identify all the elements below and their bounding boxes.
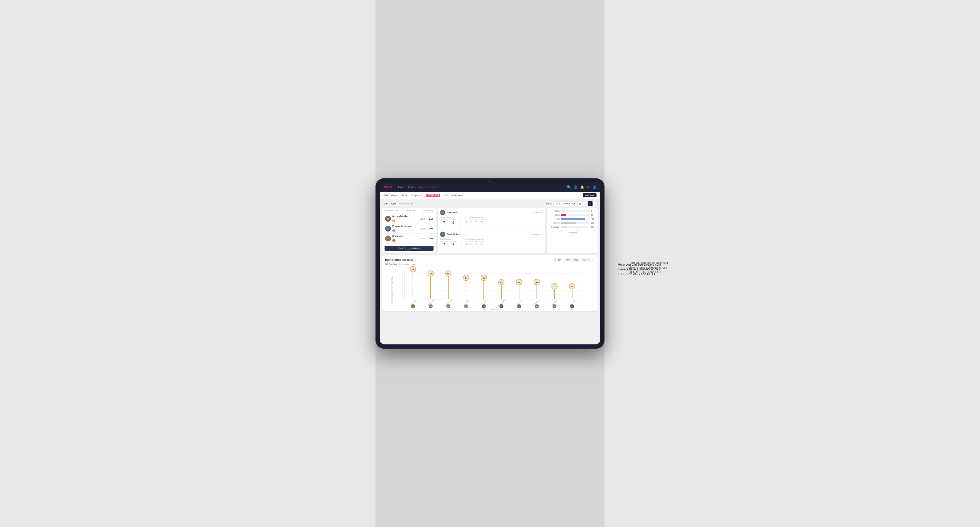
subnav-pgat[interactable]: PGAT Players <box>383 194 398 197</box>
show-label: Show <box>546 202 552 205</box>
stat-avatar: RB <box>440 210 445 215</box>
nav-home[interactable]: Home <box>397 186 404 189</box>
svg-text:6x: 6x <box>430 273 432 275</box>
view-leaderboard-button[interactable]: View Full Leaderboard <box>385 246 434 251</box>
bar-track <box>561 226 590 228</box>
player-name: Cameron... <box>392 235 417 237</box>
search-icon[interactable]: 🔍 <box>567 185 571 189</box>
svg-text:3x: 3x <box>571 285 573 288</box>
rounds-values-2: Tournament 7 Practice 2 <box>440 241 456 246</box>
bar-fill-dbogeys <box>561 226 567 228</box>
add-team-button[interactable]: Add Team <box>583 193 597 197</box>
navbar: clippd Home Teams My Performance 🔍 👤 🔔 ⚙… <box>380 183 600 192</box>
bar-fill-pars <box>561 218 585 220</box>
grid-view-icon[interactable]: ▦ <box>578 201 582 206</box>
subnav-team-clippd[interactable]: Team Clippd <box>426 194 440 197</box>
subnav-all-players[interactable]: All Players <box>452 194 463 197</box>
stat-card-header: RB Rees Britt 02 Sep 2023 <box>440 210 543 215</box>
col-pb-score: PB SCORE <box>406 210 416 211</box>
nav-right: 🔍 👤 🔔 ⚙ 👤 <box>567 185 597 189</box>
bell-icon[interactable]: 🔔 <box>580 185 584 189</box>
team-info: Team Clippd | 14 Players ✏ <box>382 202 413 205</box>
svg-text:Players: Players <box>491 308 498 311</box>
subnav-hcaps[interactable]: Hcaps 1-5 <box>411 194 422 197</box>
card-view-icon[interactable]: □ <box>588 201 593 206</box>
player-score: 19/20 <box>418 218 426 220</box>
svg-text:3x: 3x <box>554 285 556 288</box>
svg-text:BM: BM <box>430 306 432 307</box>
avatar: RB <box>385 216 391 222</box>
rounds-values: Tournament 7 Practice 6 <box>440 219 456 224</box>
nav-my-performance[interactable]: My Performance <box>419 186 439 189</box>
avatar: CC <box>385 236 391 241</box>
player-score: 18/20 <box>418 227 426 230</box>
y-axis-label: Best Streak, Fairway Accuracy <box>391 277 393 304</box>
bar-count-eagles: 3 <box>591 210 595 212</box>
practice-col: Practice 6 <box>450 219 457 224</box>
player-name: Edward Crossman <box>392 225 417 227</box>
bar-fill-bogeys <box>561 222 576 224</box>
app-button[interactable]: APP <box>564 258 571 262</box>
subnav-pga[interactable]: PGA <box>402 194 407 197</box>
tournament-value: 7 <box>440 221 449 224</box>
arrow-indicator: ← <box>415 258 418 262</box>
col-player-name: PLAYER NAME <box>385 210 398 211</box>
svg-text:RB: RB <box>483 306 485 307</box>
bar-label-bogeys: Bogeys <box>549 222 560 224</box>
stat-date: 02 Sep 2023 <box>531 211 543 214</box>
svg-text:5x: 5x <box>465 277 467 279</box>
app-col: APP 0 <box>470 219 473 224</box>
streaks-section: Best Round Streaks ← OTT APP ARG PUTT ← <box>382 255 598 311</box>
nav-links: Home Teams My Performance <box>397 186 439 189</box>
svg-text:5x: 5x <box>482 277 485 279</box>
player-avg: 107 <box>427 227 433 230</box>
svg-text:EE: EE <box>412 306 414 307</box>
list-view-icon[interactable]: ≡ <box>583 201 587 206</box>
edit-icon[interactable]: ✏ <box>411 202 413 205</box>
table-header: PLAYER NAME PB SCORE PB AVG SQ <box>385 210 434 213</box>
practice-value: 6 <box>450 221 457 224</box>
subnav-links: PGAT Players PGA Hcaps 1-5 Team Clippd T… <box>383 194 463 197</box>
stat-avatar-2: JC <box>440 232 445 237</box>
top-panels: PLAYER NAME PB SCORE PB AVG SQ RB Richar… <box>382 208 598 253</box>
streak-chart-svg: Best Streak, Fairway Accuracy 1 2 3 4 <box>385 268 595 308</box>
putt-button[interactable]: PUTT <box>581 258 590 262</box>
bar-row-dbogeys: D. Bogeys + 131 <box>561 226 595 228</box>
logo: clippd <box>383 185 392 189</box>
period-select[interactable]: Last 3 months <box>554 202 576 206</box>
user-menu-icon[interactable]: 👤 <box>593 185 597 189</box>
streaks-title: Best Round Streaks <box>385 258 413 261</box>
bar-row-pars: Pars 499 <box>561 218 595 220</box>
col-pb-avg: PB AVG SQ <box>423 210 433 211</box>
svg-text:6: 6 <box>402 273 403 275</box>
bar-track <box>561 214 590 216</box>
subnav-tour[interactable]: Tour <box>444 194 449 197</box>
total-rounds-section-2: Total Rounds Tournament 7 Practice <box>440 238 456 246</box>
bar-row-birdies: Birdies 96 <box>561 214 595 216</box>
bar-track <box>561 218 590 220</box>
svg-text:DB: DB <box>447 306 450 307</box>
nav-teams[interactable]: Teams <box>408 186 415 189</box>
streaks-header: Best Round Streaks ← OTT APP ARG PUTT ← <box>385 258 595 262</box>
rank-badge: 1 <box>392 220 396 222</box>
svg-text:R. Britt: R. Britt <box>482 300 487 305</box>
player-name: Richard Butler <box>392 215 417 218</box>
svg-text:CQ: CQ <box>571 306 573 307</box>
stat-card-header-2: JC Josh Coles 26 Aug 2023 <box>440 232 543 237</box>
stat-grid: Total Rounds Tournament 7 Practice <box>440 216 543 227</box>
practice-activities-label: Total Practice Activities <box>465 216 484 218</box>
practice-col-2: Practice 2 <box>450 241 457 246</box>
table-row: EC Edward Crossman 2 18/20 107 <box>385 224 434 234</box>
bar-chart-panel: Eagles 3 Birdies <box>547 208 598 253</box>
svg-text:6x: 6x <box>447 273 450 275</box>
bar-row-eagles: Eagles 3 <box>561 210 595 212</box>
settings-icon[interactable]: ⚙ <box>587 185 590 189</box>
svg-text:5: 5 <box>402 277 403 279</box>
profile-icon[interactable]: 👤 <box>574 185 578 189</box>
total-rounds-section: Total Rounds Tournament 7 Practice <box>440 216 456 224</box>
filter-icon[interactable]: ↓ <box>593 201 598 206</box>
annotation-text: Here you can see streaks your players ha… <box>618 262 663 276</box>
bar-label-pars: Pars <box>549 218 560 220</box>
ott-button[interactable]: OTT <box>555 258 563 262</box>
arg-button[interactable]: ARG <box>572 258 580 262</box>
